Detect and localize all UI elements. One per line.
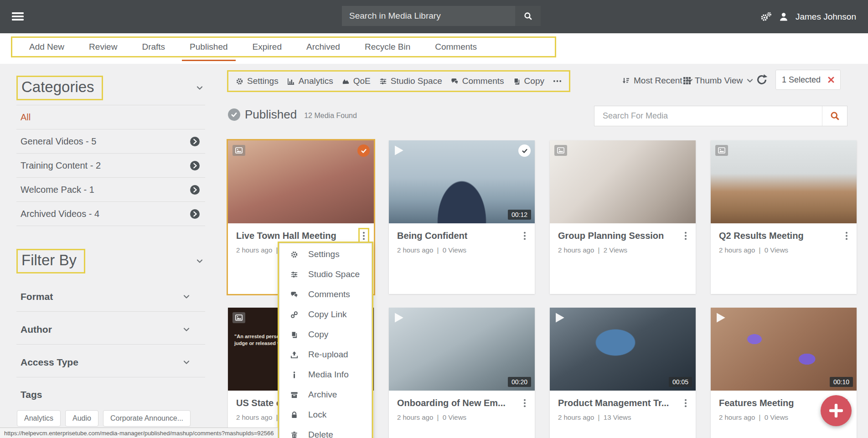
menu-item-label: Copy Link <box>308 309 347 319</box>
media-thumbnail[interactable]: 00:20 <box>389 308 535 391</box>
media-title[interactable]: Features Meeting <box>719 398 794 408</box>
arrow-circle-right-icon[interactable] <box>190 160 200 171</box>
category-item-general-videos[interactable]: General Videos - 5 <box>16 129 205 154</box>
filter-label: Access Type <box>21 357 78 368</box>
media-search-button[interactable] <box>822 106 847 126</box>
settings-gears-icon[interactable] <box>760 12 772 22</box>
menu-item-re-upload[interactable]: Re-upload <box>279 345 372 365</box>
kebab-menu-icon[interactable] <box>523 399 527 407</box>
global-search-input[interactable] <box>342 6 515 26</box>
tab-recycle-bin[interactable]: Recycle Bin <box>352 38 423 56</box>
arrow-circle-right-icon[interactable] <box>190 209 200 219</box>
media-thumbnail[interactable] <box>711 140 857 223</box>
hover-check-icon[interactable] <box>518 144 531 157</box>
menu-item-media-info[interactable]: Media Info <box>279 365 372 385</box>
filter-sections: Format Author Access Type <box>16 279 205 377</box>
copy-icon <box>290 331 298 339</box>
filter-section-author[interactable]: Author <box>16 312 205 345</box>
kebab-menu-icon[interactable] <box>523 232 527 240</box>
filter-by-header[interactable]: Filter By <box>16 249 223 273</box>
tag-chip-audio[interactable]: Audio <box>65 410 98 427</box>
view-dropdown[interactable]: Thumb View <box>683 76 754 86</box>
view-label: Thumb View <box>695 76 743 86</box>
kebab-menu-icon[interactable] <box>845 232 848 240</box>
media-card-onboarding[interactable]: 00:20 Onboarding of New Em... 2 hours ag… <box>389 308 535 438</box>
refresh-icon[interactable] <box>756 74 768 86</box>
category-item-all[interactable]: All <box>16 105 205 129</box>
tab-drafts[interactable]: Drafts <box>129 38 177 56</box>
menu-item-delete[interactable]: Delete <box>279 425 372 438</box>
media-thumbnail[interactable] <box>228 140 374 223</box>
menu-item-studio-space[interactable]: Studio Space <box>279 264 372 284</box>
selected-check-icon[interactable] <box>357 144 370 157</box>
copy-icon <box>513 77 521 85</box>
toolbar-settings-button[interactable]: Settings <box>236 76 279 86</box>
arrow-circle-right-icon[interactable] <box>190 185 200 195</box>
kebab-menu-icon[interactable] <box>684 399 687 407</box>
media-meta: 2 hours ago | 0 Views <box>397 246 527 254</box>
tab-published[interactable]: Published <box>177 38 240 56</box>
tab-archived[interactable]: Archived <box>294 38 352 56</box>
clear-selection-icon[interactable] <box>828 77 834 83</box>
menu-item-settings[interactable]: Settings <box>279 244 372 264</box>
menu-item-copy-link[interactable]: Copy Link <box>279 304 372 325</box>
chevron-down-icon <box>746 77 754 84</box>
category-item-welcome-pack[interactable]: Welcome Pack - 1 <box>16 178 205 202</box>
tag-chip-analytics[interactable]: Analytics <box>17 410 61 427</box>
toolbar-analytics-button[interactable]: Analytics <box>287 76 333 86</box>
section-heading: Published 12 Media Found <box>228 108 357 122</box>
menu-item-label: Re-upload <box>308 350 348 360</box>
kebab-menu-icon[interactable] <box>362 232 366 240</box>
toolbar-copy-button[interactable]: Copy <box>513 76 544 86</box>
toolbar-qoe-button[interactable]: QoE <box>342 76 371 86</box>
media-card-q2-results[interactable]: Q2 Results Meeting 2 hours ago | 0 Views <box>711 140 857 294</box>
media-thumbnail[interactable]: 00:05 <box>550 308 696 391</box>
category-item-training-content[interactable]: Training Content - 2 <box>16 154 205 178</box>
play-icon <box>715 312 727 324</box>
tab-comments[interactable]: Comments <box>423 38 489 56</box>
toolbar-label: Analytics <box>299 76 333 86</box>
menu-item-archive[interactable]: Archive <box>279 385 372 405</box>
add-media-fab[interactable] <box>821 395 852 426</box>
category-item-archived-videos[interactable]: Archived Videos - 4 <box>16 202 205 226</box>
media-title[interactable]: Q2 Results Meeting <box>719 231 804 241</box>
tab-review[interactable]: Review <box>77 38 129 56</box>
kebab-menu-icon[interactable] <box>684 232 687 240</box>
media-title[interactable]: Live Town Hall Meeting <box>236 231 336 241</box>
menu-item-comments[interactable]: Comments <box>279 284 372 304</box>
arrow-circle-right-icon[interactable] <box>190 136 200 147</box>
topbar-right: James Johnson <box>760 0 856 33</box>
menu-item-copy[interactable]: Copy <box>279 325 372 345</box>
user-name[interactable]: James Johnson <box>796 12 856 22</box>
chevron-down-icon[interactable] <box>196 258 203 265</box>
toolbar-more-button[interactable] <box>553 80 562 82</box>
media-title[interactable]: Group Planning Session <box>558 231 664 241</box>
media-title[interactable]: Onboarding of New Em... <box>397 398 506 408</box>
media-search-input[interactable] <box>594 106 822 126</box>
media-meta: 2 hours ago | 0 Views <box>397 413 527 421</box>
user-avatar-icon[interactable] <box>779 12 789 22</box>
global-search-button[interactable] <box>515 6 541 26</box>
media-thumbnail[interactable] <box>550 140 696 223</box>
hamburger-menu-icon[interactable] <box>12 12 24 21</box>
selected-count-label: 1 Selected <box>782 75 821 85</box>
media-card-being-confident[interactable]: 00:12 Being Confident 2 hours ago | 0 Vi… <box>389 140 535 294</box>
filter-section-access-type[interactable]: Access Type <box>16 345 205 377</box>
chevron-down-icon[interactable] <box>196 84 203 92</box>
status-url-text: https://helpevcm.enterprisetube.com/medi… <box>4 430 274 437</box>
menu-item-lock[interactable]: Lock <box>279 405 372 425</box>
toolbar-studio-space-button[interactable]: Studio Space <box>379 76 442 86</box>
media-thumbnail[interactable]: 00:10 <box>711 308 857 391</box>
media-card-product-management[interactable]: 00:05 Product Management Tr... 2 hours a… <box>550 308 696 438</box>
tag-chip-corporate-announce[interactable]: Corporate Announce... <box>103 410 191 427</box>
media-title[interactable]: Being Confident <box>397 231 467 241</box>
categories-header[interactable]: Categories <box>16 76 223 100</box>
tab-add-new[interactable]: Add New <box>17 38 77 56</box>
card-info: Q2 Results Meeting 2 hours ago | 0 Views <box>711 223 857 254</box>
media-card-group-planning[interactable]: Group Planning Session 2 hours ago | 2 V… <box>550 140 696 294</box>
tab-expired[interactable]: Expired <box>240 38 294 56</box>
media-title[interactable]: Product Management Tr... <box>558 398 669 408</box>
media-thumbnail[interactable]: 00:12 <box>389 140 535 223</box>
filter-section-format[interactable]: Format <box>16 279 205 312</box>
toolbar-comments-button[interactable]: Comments <box>451 76 504 86</box>
